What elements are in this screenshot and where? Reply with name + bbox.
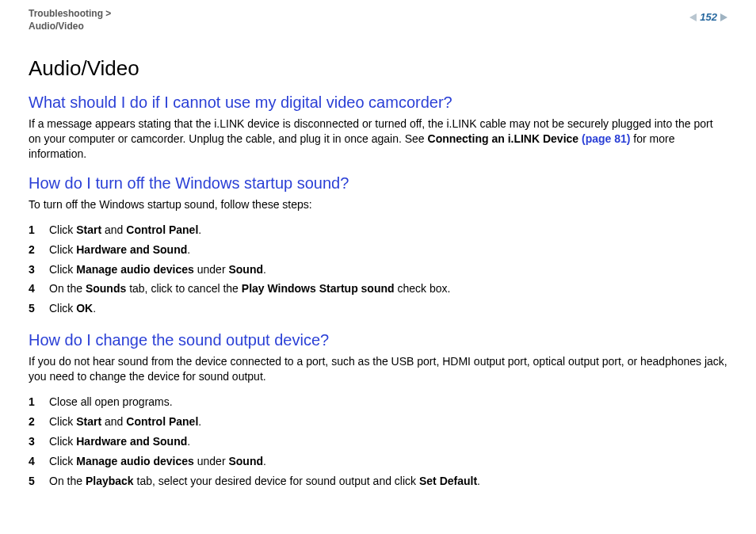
list-item: 4On the Sounds tab, click to cancel the … — [29, 279, 727, 299]
list-item: 2Click Hardware and Sound. — [29, 240, 727, 260]
list-item: 4Click Manage audio devices under Sound. — [29, 452, 727, 471]
page-link-81[interactable]: (page 81) — [582, 132, 630, 145]
breadcrumb: Troubleshooting > Audio/Video — [29, 8, 111, 32]
steps-startup-sound: 1Click Start and Control Panel. 2Click H… — [29, 220, 727, 318]
breadcrumb-line-2: Audio/Video — [29, 21, 111, 33]
section-body-camcorder: If a message appears stating that the i.… — [29, 116, 727, 162]
page-number: 152 — [700, 11, 717, 23]
document-page: Troubleshooting > Audio/Video 152 Audio/… — [0, 0, 756, 514]
page-navigation: 152 — [689, 11, 727, 23]
section-heading-startup-sound: How do I turn off the Windows startup so… — [29, 174, 727, 193]
list-item: 1Close all open programs. — [29, 392, 727, 412]
page-title: Audio/Video — [29, 56, 727, 81]
section-heading-camcorder: What should I do if I cannot use my digi… — [29, 93, 727, 112]
page-header: Troubleshooting > Audio/Video 152 — [29, 8, 727, 32]
list-item: 1Click Start and Control Panel. — [29, 220, 727, 240]
list-item: 3Click Hardware and Sound. — [29, 432, 727, 452]
section-heading-output-device: How do I change the sound output device? — [29, 331, 727, 349]
section-intro-output-device: If you do not hear sound from the device… — [29, 354, 727, 384]
list-item: 5On the Playback tab, select your desire… — [29, 471, 727, 491]
steps-output-device: 1Close all open programs. 2Click Start a… — [29, 392, 727, 490]
breadcrumb-line-1: Troubleshooting > — [29, 8, 111, 21]
next-page-arrow-icon[interactable] — [720, 13, 727, 21]
list-item: 5Click OK. — [29, 299, 727, 318]
prev-page-arrow-icon[interactable] — [689, 13, 697, 21]
list-item: 2Click Start and Control Panel. — [29, 412, 727, 432]
section-intro-startup-sound: To turn off the Windows startup sound, f… — [29, 197, 727, 212]
list-item: 3Click Manage audio devices under Sound. — [29, 260, 727, 280]
